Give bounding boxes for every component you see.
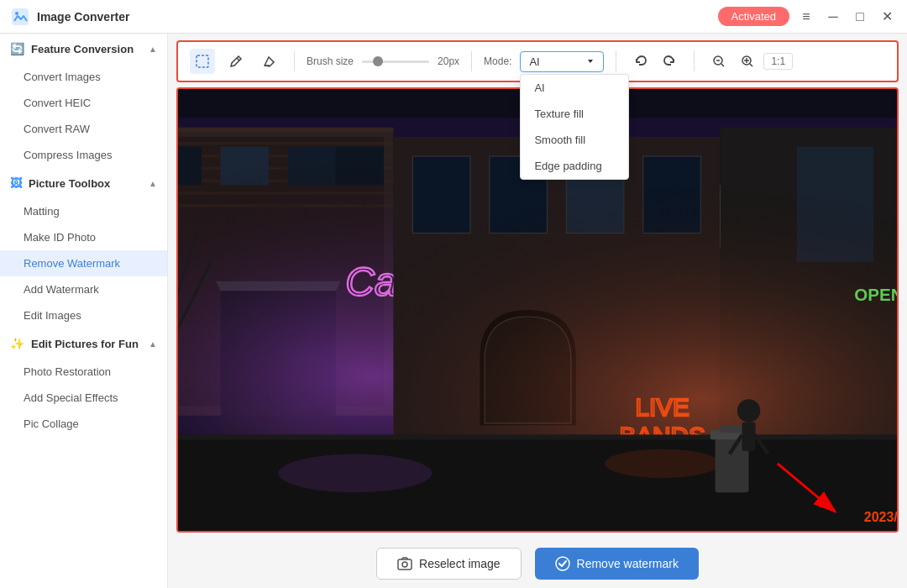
- titlebar-controls: Activated ≡ ─ □ ✕: [718, 7, 897, 27]
- sidebar-item-edit-images[interactable]: Edit Images: [0, 302, 167, 328]
- svg-rect-70: [398, 559, 412, 570]
- zoom-in-button[interactable]: [735, 49, 760, 74]
- svg-rect-62: [720, 425, 744, 433]
- picture-toolbox-label: Picture Toolbox: [29, 177, 110, 190]
- brush-size-slider[interactable]: [362, 60, 429, 63]
- brush-size-label: Brush size: [307, 55, 354, 67]
- separator-1: [294, 51, 295, 71]
- sidebar-item-remove-watermark[interactable]: Remove Watermark: [0, 250, 167, 276]
- mode-label: Mode:: [484, 55, 511, 67]
- brush-size-value: 20px: [438, 55, 459, 67]
- sidebar-item-convert-heic[interactable]: Convert HEIC: [0, 90, 167, 116]
- sidebar-item-add-watermark[interactable]: Add Watermark: [0, 276, 167, 302]
- sidebar-section-picture-toolbox[interactable]: 🖼 Picture Toolbox ▲: [0, 168, 167, 198]
- titlebar-left: Image Converter: [10, 7, 129, 27]
- app-title: Image Converter: [37, 10, 129, 24]
- menu-icon[interactable]: ≡: [796, 7, 816, 27]
- mode-option-texture-fill[interactable]: Texture fill: [521, 101, 628, 127]
- mode-dropdown-menu: AI Texture fill Smooth fill Edge padding: [520, 74, 629, 180]
- svg-rect-64: [742, 423, 756, 451]
- sidebar-section-feature-conversion[interactable]: 🔄 Feature Conversion ▲: [0, 34, 167, 64]
- separator-2: [471, 51, 472, 71]
- svg-point-71: [402, 562, 407, 567]
- sidebar-section-edit-pictures[interactable]: ✨ Edit Pictures for Fun ▲: [0, 328, 167, 359]
- edit-pictures-label: Edit Pictures for Fun: [31, 338, 139, 350]
- mode-dropdown-wrapper: AI AI Texture fill Smooth fill Edge padd…: [520, 51, 604, 72]
- sidebar-item-make-id-photo[interactable]: Make ID Photo: [0, 224, 167, 250]
- separator-3: [616, 51, 616, 71]
- app-logo-icon: [10, 7, 30, 27]
- activated-button[interactable]: Activated: [718, 7, 789, 26]
- svg-text:2023/03/03: 2023/03/03: [864, 510, 897, 524]
- edit-pictures-chevron: ▲: [149, 339, 157, 349]
- svg-point-63: [737, 399, 760, 422]
- mode-dropdown-button[interactable]: AI: [520, 51, 604, 72]
- undo-redo-group: [628, 49, 682, 74]
- brush-tool-button[interactable]: [223, 49, 249, 74]
- reselect-icon: [397, 557, 412, 570]
- main-layout: 🔄 Feature Conversion ▲ Convert Images Co…: [0, 34, 907, 588]
- picture-toolbox-icon: 🖼: [10, 176, 22, 190]
- remove-watermark-icon: [555, 556, 570, 571]
- svg-rect-45: [178, 435, 897, 440]
- titlebar: Image Converter Activated ≡ ─ □ ✕: [0, 0, 907, 34]
- undo-button[interactable]: [628, 49, 653, 74]
- mode-selected-value: AI: [529, 55, 539, 68]
- sidebar-item-compress-images[interactable]: Compress Images: [0, 142, 167, 168]
- mode-option-ai[interactable]: AI: [521, 75, 628, 101]
- toolbar: Brush size 20px Mode: AI AI Texture fill…: [176, 40, 899, 82]
- maximize-icon[interactable]: □: [850, 7, 870, 27]
- remove-watermark-label: Remove watermark: [577, 557, 679, 570]
- sidebar: 🔄 Feature Conversion ▲ Convert Images Co…: [0, 34, 168, 588]
- separator-4: [694, 51, 695, 71]
- mode-option-edge-padding[interactable]: Edge padding: [521, 153, 628, 179]
- feature-conversion-chevron: ▲: [149, 45, 157, 54]
- sidebar-item-convert-raw[interactable]: Convert RAW: [0, 116, 167, 142]
- svg-point-72: [556, 557, 569, 570]
- svg-point-1: [15, 12, 18, 15]
- sidebar-item-matting[interactable]: Matting: [0, 198, 167, 224]
- zoom-ratio-label: 1:1: [763, 53, 793, 70]
- sidebar-item-pic-collage[interactable]: Pic Collage: [0, 411, 167, 437]
- redo-button[interactable]: [657, 49, 682, 74]
- svg-rect-0: [12, 8, 29, 25]
- feature-conversion-icon: 🔄: [10, 42, 24, 55]
- eraser-tool-button[interactable]: [257, 49, 282, 74]
- remove-watermark-button[interactable]: Remove watermark: [535, 548, 699, 580]
- svg-rect-2: [197, 55, 208, 67]
- sidebar-item-photo-restoration[interactable]: Photo Restoration: [0, 359, 167, 385]
- edit-pictures-icon: ✨: [10, 337, 24, 350]
- bottom-bar: Reselect image Remove watermark: [168, 539, 907, 588]
- sidebar-item-convert-images[interactable]: Convert Images: [0, 64, 167, 90]
- svg-rect-44: [178, 435, 897, 531]
- mode-chevron-icon: [586, 57, 595, 66]
- feature-conversion-label: Feature Conversion: [31, 43, 134, 55]
- svg-point-47: [278, 454, 432, 493]
- mode-option-smooth-fill[interactable]: Smooth fill: [521, 127, 628, 153]
- zoom-out-button[interactable]: [706, 49, 731, 74]
- svg-line-5: [721, 64, 724, 66]
- close-icon[interactable]: ✕: [877, 7, 897, 27]
- minimize-icon[interactable]: ─: [823, 7, 843, 27]
- selection-tool-button[interactable]: [190, 49, 215, 74]
- content-area: Brush size 20px Mode: AI AI Texture fill…: [168, 34, 907, 588]
- picture-toolbox-chevron: ▲: [149, 179, 157, 188]
- sidebar-item-add-special-effects[interactable]: Add Special Effects: [0, 385, 167, 411]
- svg-point-48: [605, 449, 720, 478]
- reselect-image-button[interactable]: Reselect image: [376, 548, 522, 580]
- svg-line-9: [750, 64, 752, 66]
- zoom-group: 1:1: [706, 49, 793, 74]
- reselect-label: Reselect image: [419, 557, 501, 570]
